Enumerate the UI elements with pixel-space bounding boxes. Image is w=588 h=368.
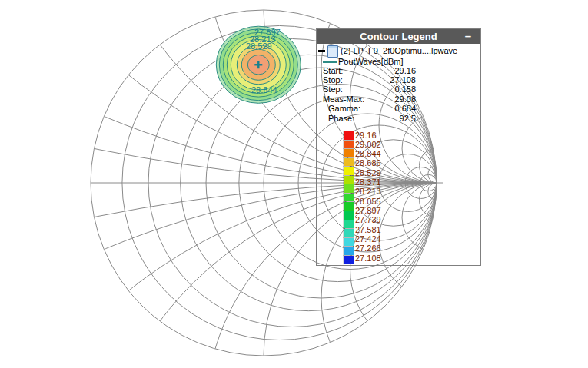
scale-level-label: 29.16 <box>355 131 377 140</box>
trace-line-icon <box>323 61 337 63</box>
stat-value: 27.108 <box>390 75 416 85</box>
contour-level-label: 28.529 <box>246 41 272 51</box>
contour-legend-panel: Contour Legend – (2) LP_F0_2f0Optimu....… <box>316 28 481 266</box>
stat-value: 29.08 <box>394 94 416 104</box>
scale-level-label: 28.844 <box>355 149 381 158</box>
stat-label: Start: <box>323 66 343 75</box>
scale-swatch <box>344 184 354 193</box>
smith-chart: 27.89728.21328.52928.844 <box>0 0 588 368</box>
collapse-icon[interactable] <box>318 50 325 52</box>
stat-value: 0.684 <box>394 104 416 113</box>
scale-level-label: 27.581 <box>355 225 381 234</box>
stat-label: Phase: <box>323 114 354 123</box>
stat-value: 92.5 <box>400 114 416 123</box>
stat-value: 29.16 <box>394 66 416 75</box>
scale-level-label: 28.213 <box>355 187 381 196</box>
scale-swatch <box>344 247 354 255</box>
scale-level-label: 27.897 <box>355 206 381 215</box>
scale-swatch <box>344 220 354 229</box>
scale-swatch <box>344 176 354 184</box>
document-icon <box>327 45 338 58</box>
stat-label: Stop: <box>323 75 343 85</box>
scale-swatch <box>344 194 354 202</box>
minimize-button[interactable]: – <box>465 28 471 43</box>
scale-swatch <box>344 238 354 247</box>
scale-swatch <box>344 229 354 237</box>
scale-level-label: 27.424 <box>355 234 381 244</box>
scale-swatch <box>344 211 354 220</box>
stat-label: Gamma: <box>323 104 360 113</box>
legend-tree-source-row[interactable]: (2) LP_F0_2f0Optimu....lpwave <box>317 45 480 57</box>
legend-title: Contour Legend <box>360 31 437 42</box>
scale-swatch <box>344 131 354 140</box>
scale-swatch <box>344 158 354 167</box>
stat-row-measmax: Meas-Max:29.08 <box>323 94 416 104</box>
scale-swatch <box>344 256 354 264</box>
stat-row-stop: Stop:27.108 <box>323 75 416 85</box>
stat-label: Meas-Max: <box>323 94 364 104</box>
scale-level-label: 28.686 <box>355 158 381 167</box>
stat-row-step: Step:0.158 <box>323 85 416 94</box>
scale-level-label: 29.002 <box>355 140 381 149</box>
legend-titlebar[interactable]: Contour Legend – <box>317 29 480 44</box>
scale-level-label: 27.739 <box>355 215 381 224</box>
scale-level-label: 28.529 <box>355 168 381 177</box>
scale-level-label: 28.055 <box>355 197 381 206</box>
scale-swatch <box>344 149 354 157</box>
measurement-label[interactable]: PoutWaves[dBm] <box>338 57 404 66</box>
scale-swatch <box>344 202 354 211</box>
scale-level-label: 27.266 <box>355 244 381 253</box>
scale-level-label: 28.371 <box>355 177 381 187</box>
loadpull-plot-window: 27.89728.21328.52928.844 Contour Legend … <box>0 0 588 368</box>
stat-label: Step: <box>323 85 343 94</box>
stat-row-phase: Phase:92.5 <box>323 114 416 123</box>
stat-value: 0.158 <box>394 85 416 94</box>
source-label[interactable]: (2) LP_F0_2f0Optimu....lpwave <box>341 46 457 55</box>
scale-level-label: 27.108 <box>355 254 381 263</box>
stat-row-start: Start:29.16 <box>323 66 416 75</box>
contour-level-label: 28.844 <box>251 85 277 94</box>
stat-row-gamma: Gamma:0.684 <box>323 104 416 113</box>
scale-swatch <box>344 141 354 149</box>
scale-swatch <box>344 167 354 175</box>
